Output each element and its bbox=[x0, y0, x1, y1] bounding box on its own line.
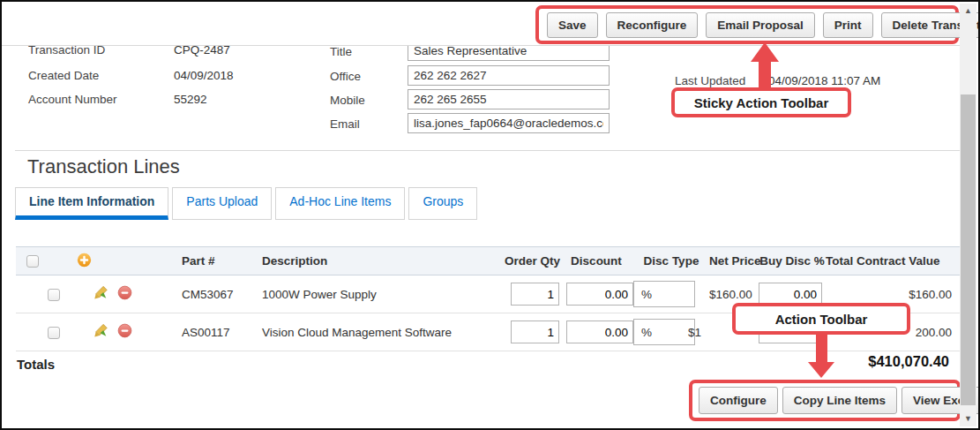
action-toolbar-callout: Action Toolbar bbox=[732, 303, 910, 335]
reconfigure-button[interactable]: Reconfigure bbox=[606, 12, 699, 38]
description: 1000W Power Supply bbox=[258, 288, 505, 301]
net-price: $1 bbox=[688, 326, 701, 339]
scrollbar-thumb[interactable] bbox=[961, 94, 976, 405]
action-callout-arrow bbox=[816, 334, 827, 362]
configure-button[interactable]: Configure bbox=[699, 387, 778, 414]
total-contract-value: $160.00 bbox=[826, 288, 960, 301]
field-label: Title bbox=[330, 45, 352, 58]
order-qty-input[interactable] bbox=[511, 321, 559, 343]
add-line-item-icon[interactable] bbox=[77, 253, 92, 270]
tab-parts-upload[interactable]: Parts Upload bbox=[172, 187, 272, 220]
col-header-order-qty: Order Qty bbox=[505, 254, 559, 268]
col-header-net-price: Net Price bbox=[709, 254, 759, 268]
discount-input[interactable] bbox=[566, 321, 633, 343]
col-header-description: Description bbox=[258, 254, 505, 268]
remove-line-icon[interactable] bbox=[117, 285, 132, 303]
section-divider bbox=[15, 150, 960, 151]
col-header-buy-disc: Buy Disc % bbox=[759, 254, 826, 268]
save-button[interactable]: Save bbox=[547, 12, 598, 38]
col-header-total-contract-value: Total Contract Value bbox=[826, 254, 960, 268]
col-header-part: Part # bbox=[182, 254, 258, 268]
table-header-row: Part # Description Order Qty Discount Di… bbox=[16, 246, 960, 275]
col-header-discount: Discount bbox=[559, 254, 633, 268]
part-number: AS00117 bbox=[182, 326, 258, 339]
disc-type-value: % bbox=[641, 288, 652, 301]
field-value: 04/09/2018 11:07 AM bbox=[768, 74, 880, 87]
net-price: $160.00 bbox=[709, 288, 759, 301]
field-label: Office bbox=[330, 70, 361, 83]
field-label: Last Updated bbox=[675, 74, 745, 87]
tab-bar: Line Item Information Parts Upload Ad-Ho… bbox=[15, 187, 477, 220]
disc-type-select[interactable]: % bbox=[633, 281, 695, 307]
sticky-action-toolbar: Save Reconfigure Email Proposal Print De… bbox=[535, 5, 959, 44]
field-value: 04/09/2018 bbox=[174, 69, 234, 82]
sticky-callout-arrow bbox=[759, 62, 771, 88]
copy-line-items-button[interactable]: Copy Line Items bbox=[782, 387, 897, 414]
order-qty-input[interactable] bbox=[511, 283, 559, 306]
description: Vision Cloud Management Software bbox=[258, 326, 505, 339]
tab-ad-hoc-line-items[interactable]: Ad-Hoc Line Items bbox=[275, 187, 405, 220]
scroll-down-button[interactable]: ▼ bbox=[960, 411, 976, 426]
disc-type-value: % bbox=[641, 326, 652, 339]
field-value: 55292 bbox=[174, 93, 207, 106]
select-all-checkbox[interactable] bbox=[26, 255, 39, 268]
tab-groups[interactable]: Groups bbox=[408, 187, 477, 220]
col-header-disc-type: Disc Type bbox=[633, 254, 709, 268]
totals-label: Totals bbox=[17, 357, 55, 372]
tab-line-item-information[interactable]: Line Item Information bbox=[15, 187, 168, 220]
sticky-callout-arrowhead bbox=[751, 42, 779, 62]
edit-line-pencil-icon[interactable] bbox=[93, 285, 108, 304]
edit-line-pencil-icon[interactable] bbox=[93, 323, 108, 342]
disc-type-select[interactable]: % bbox=[633, 319, 695, 345]
print-button[interactable]: Print bbox=[823, 12, 873, 38]
field-label: Account Number bbox=[28, 93, 117, 106]
sticky-toolbar-callout: Sticky Action Toolbar bbox=[671, 87, 851, 117]
mobile-input[interactable] bbox=[408, 89, 610, 109]
field-label: Created Date bbox=[28, 69, 99, 82]
section-title: Transaction Lines bbox=[27, 155, 180, 178]
email-input[interactable] bbox=[408, 113, 610, 133]
office-input[interactable] bbox=[408, 65, 610, 86]
action-toolbar: Configure Copy Line Items View Excel bbox=[689, 380, 961, 421]
action-callout-arrowhead bbox=[808, 362, 834, 378]
totals-value: $410,070.40 bbox=[868, 353, 949, 370]
email-proposal-button[interactable]: Email Proposal bbox=[706, 12, 815, 38]
remove-line-icon[interactable] bbox=[117, 323, 132, 341]
scroll-up-button[interactable]: ▲ bbox=[960, 4, 976, 19]
field-label: Email bbox=[330, 117, 360, 131]
vertical-scrollbar[interactable]: ▲ ▼ bbox=[960, 4, 976, 426]
field-label: Mobile bbox=[330, 94, 365, 107]
part-number: CM53067 bbox=[182, 288, 258, 301]
cpq-transaction-page: Transaction ID CPQ-2487 Created Date 04/… bbox=[0, 0, 980, 430]
discount-input[interactable] bbox=[566, 283, 633, 306]
